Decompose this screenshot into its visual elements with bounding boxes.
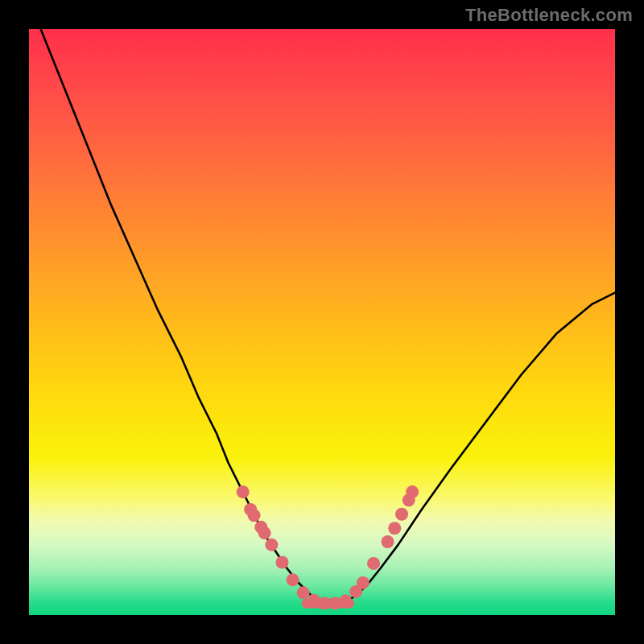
bottleneck-curve [41, 29, 615, 603]
benchmark-point [388, 522, 401, 535]
benchmark-point [367, 557, 380, 570]
curve-layer [41, 29, 615, 603]
benchmark-point [237, 485, 250, 498]
benchmark-point [276, 555, 289, 568]
benchmark-point [287, 573, 299, 586]
benchmark-point [339, 595, 352, 608]
benchmark-point [395, 508, 408, 521]
benchmark-point [265, 539, 278, 551]
watermark-text: TheBottleneck.com [465, 5, 633, 26]
chart-overlay [29, 29, 615, 615]
benchmark-point [357, 576, 369, 589]
benchmark-point [248, 509, 261, 522]
benchmark-point [406, 485, 419, 498]
benchmark-point [258, 526, 271, 539]
chart-container: TheBottleneck.com [0, 0, 644, 644]
benchmark-point [382, 535, 394, 548]
markers-layer [237, 485, 419, 609]
benchmark-point [297, 586, 310, 599]
